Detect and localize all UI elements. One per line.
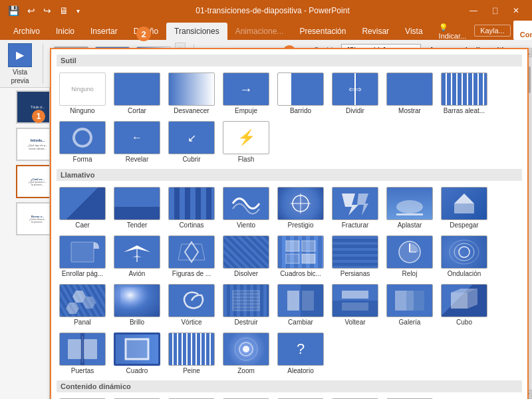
trans-barrido[interactable]: Barrido — [275, 70, 327, 116]
ondulacion-trans-icon — [441, 235, 487, 269]
forma-label: Forma — [73, 156, 92, 163]
svg-rect-41 — [68, 339, 81, 359]
trans-empuje[interactable]: → Empuje — [220, 70, 272, 116]
vista-previa-label2: previa — [11, 77, 29, 84]
trans-cubo[interactable]: Cubo — [438, 282, 490, 328]
zoom-label: Zoom — [237, 367, 255, 374]
disolver-trans-icon — [223, 235, 269, 269]
trans-brillo[interactable]: Brillo — [111, 282, 163, 328]
tab-indicar[interactable]: 💡 Indicar... — [431, 23, 475, 40]
tab-inicio[interactable]: Inicio — [48, 23, 82, 40]
present-icon[interactable]: 🖥 — [57, 4, 71, 17]
save-icon[interactable]: 💾 — [5, 4, 22, 17]
mostrar-label: Mostrar — [398, 107, 421, 114]
trans-reloj[interactable]: Reloj — [384, 233, 436, 279]
tab-archivo[interactable]: Archivo — [5, 23, 48, 40]
cubo-trans-icon — [441, 284, 487, 317]
ondulacion-label: Ondulación — [448, 270, 481, 277]
trans-cuadros-bic[interactable]: Cuadros bic... — [275, 233, 327, 279]
trans-transportar[interactable]: Transporta... — [166, 396, 217, 399]
trans-vortice[interactable]: Vórtice — [166, 282, 217, 328]
trans-desplazar[interactable]: Desplazar — [57, 396, 108, 399]
trans-disolver[interactable]: Disolver — [220, 233, 272, 279]
trans-cubrir[interactable]: ↙ Cubrir — [166, 119, 217, 165]
vista-previa-button[interactable]: ▶ Vista previa — [5, 41, 35, 87]
trans-galeria[interactable]: Galería — [384, 282, 436, 328]
more-icon[interactable]: ▾ — [74, 6, 82, 16]
tab-revisar[interactable]: Revisar — [354, 23, 397, 40]
trans-desvanecer[interactable]: Desvanecer — [166, 70, 217, 116]
trans-tender[interactable]: Tender — [111, 185, 163, 231]
user-button[interactable]: Kayla... — [474, 25, 511, 37]
tab-insertar[interactable]: Insertar — [82, 23, 126, 40]
section-sutil: Sutil — [57, 55, 522, 66]
trans-cuadro[interactable]: Cuadro — [111, 331, 163, 376]
vista-previa-icon: ▶ — [8, 43, 32, 67]
vortice-label: Vórtice — [181, 319, 201, 326]
trans-figuras[interactable]: Figuras de ... — [166, 233, 217, 279]
trans-caer[interactable]: Caer — [57, 185, 108, 231]
svg-marker-11 — [178, 244, 205, 260]
trans-peine[interactable]: Peine — [166, 331, 217, 376]
trans-cambiar[interactable]: Cambiar — [275, 282, 327, 328]
tab-vista[interactable]: Vista — [397, 23, 430, 40]
trans-ninguno[interactable]: Ninguno Ninguno — [57, 70, 108, 116]
cambiar-label: Cambiar — [288, 319, 313, 326]
share-button[interactable]: 🔗 Compartir — [513, 21, 532, 40]
slide-4-thumb[interactable]: Bueno v... ¿Cómo lleva a... la present..… — [16, 202, 50, 235]
svg-marker-8 — [454, 194, 474, 203]
tab-animaciones[interactable]: Animacione... — [227, 23, 292, 40]
trans-cortar[interactable]: Cortar — [111, 70, 163, 116]
trans-destruir[interactable]: Destruir — [220, 282, 272, 328]
trans-zoom[interactable]: Zoom — [220, 331, 272, 376]
slide-2-thumb[interactable]: Introdu... ¿Qué tipo de p... existe clie… — [16, 128, 50, 161]
trans-girar[interactable]: Girar — [220, 396, 272, 399]
slide-3-thumb[interactable]: ¿Cuál es... ¿Qué quisiera o... la presen… — [16, 165, 50, 198]
trans-fracturar[interactable]: Fracturar — [329, 185, 381, 231]
trans-puertas[interactable]: Puertas — [57, 331, 108, 376]
trans-mostrar[interactable]: Mostrar — [384, 70, 436, 116]
tab-presentacion[interactable]: Presentación — [291, 23, 354, 40]
trans-ondulacion[interactable]: Ondulación — [438, 233, 490, 279]
undo-icon[interactable]: ↩ — [25, 4, 38, 17]
trans-flash[interactable]: ⚡ Flash — [220, 119, 272, 165]
trans-revelar[interactable]: ← Revelar — [111, 119, 163, 165]
trans-prestigio[interactable]: Prestigio — [275, 185, 327, 231]
divider-1 — [43, 44, 43, 84]
trans-aplastar[interactable]: Aplastar — [384, 185, 436, 231]
despegar-trans-icon — [441, 187, 487, 220]
trans-cortinas[interactable]: Cortinas — [166, 185, 217, 231]
ninguno-label: Ninguno — [70, 107, 94, 114]
minimize-button[interactable]: — — [463, 0, 484, 21]
revelar-label: Revelar — [126, 156, 148, 163]
contenido-grid: Desplazar Rueda mági... Transporta... — [57, 396, 522, 399]
prestigio-label: Prestigio — [288, 221, 314, 229]
user-area: Kayla... 🔗 Compartir — [474, 21, 532, 40]
trans-enrollar[interactable]: Enrollar pág... — [57, 233, 108, 279]
trans-viento[interactable]: Viento — [220, 185, 272, 231]
llamativo-grid: Caer Tender Cortinas Viento — [57, 185, 522, 376]
close-button[interactable]: ✕ — [505, 0, 527, 21]
trans-ventana[interactable]: Ventana — [275, 396, 327, 399]
trans-barras-aleat[interactable]: Barras aleat... — [438, 70, 490, 116]
slide-panel: 1 1 Título d... 2 Introdu... ¿Qué tipo d… — [0, 88, 50, 399]
trans-despegar[interactable]: Despegar — [438, 185, 490, 231]
trans-aleatorio[interactable]: ? Aleatorio — [275, 331, 327, 376]
trans-avion[interactable]: Avión — [111, 233, 163, 279]
fracturar-label: Fracturar — [342, 221, 369, 229]
tab-transiciones[interactable]: Transiciones — [166, 23, 227, 40]
maximize-button[interactable]: ⎕ — [484, 0, 505, 21]
svg-point-19 — [459, 247, 469, 257]
panal-trans-icon — [59, 284, 106, 317]
trans-persianas[interactable]: Persianas — [329, 233, 381, 279]
trans-dividir[interactable]: ⟺ Dividir — [329, 70, 381, 116]
trans-orbita[interactable]: Órbita — [329, 396, 381, 399]
trans-forma[interactable]: Forma — [57, 119, 108, 165]
trans-volar[interactable]: Volar — [384, 396, 436, 399]
tender-trans-icon — [114, 187, 160, 220]
trans-voltear[interactable]: Voltear — [329, 282, 381, 328]
flash-label: Flash — [238, 156, 254, 163]
redo-icon[interactable]: ↪ — [41, 4, 54, 17]
trans-panal[interactable]: Panal — [57, 282, 108, 328]
trans-rueda-magica[interactable]: Rueda mági... — [111, 396, 163, 399]
